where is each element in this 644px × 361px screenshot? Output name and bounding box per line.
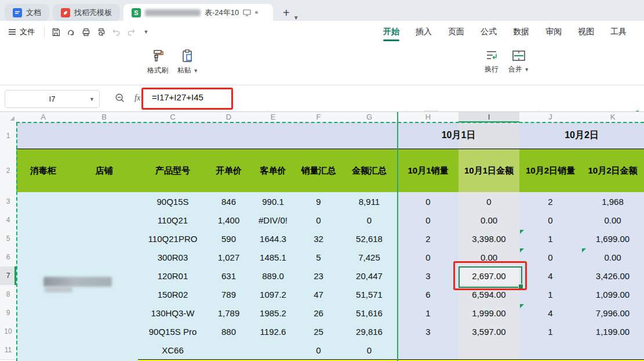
cell-F6[interactable]: 5 xyxy=(296,248,341,267)
cell-I7[interactable]: 2,697.00 xyxy=(459,266,520,286)
cell-H3[interactable]: 0 xyxy=(398,192,459,211)
column-header-J[interactable]: J xyxy=(519,112,582,123)
header-cell-E2[interactable]: 客单价 xyxy=(250,149,297,193)
ribbon-tab-insert[interactable]: 插入 xyxy=(407,21,440,42)
cell-E5[interactable]: 1644.3 xyxy=(250,229,297,248)
cell-K8[interactable]: 1,099.00 xyxy=(581,285,644,304)
redo-button[interactable] xyxy=(123,24,139,39)
cell-J11[interactable] xyxy=(519,341,582,360)
cell-C9[interactable]: 130HQ3-W xyxy=(138,304,208,323)
cell-G8[interactable]: 51,571 xyxy=(341,285,398,304)
zoom-out-icon[interactable] xyxy=(115,93,125,106)
cell-H1-merged-oct1[interactable]: 10月1日 xyxy=(398,122,520,149)
cell-D3[interactable]: 846 xyxy=(208,192,250,211)
cell-G6[interactable]: 7,425 xyxy=(341,248,398,267)
row-header-6[interactable]: 6 xyxy=(0,248,17,267)
cell-F9[interactable]: 26 xyxy=(296,304,341,323)
cell-K9[interactable]: 7,996.00 xyxy=(581,304,644,323)
cell-E4[interactable]: #DIV/0! xyxy=(250,211,297,230)
cell-F8[interactable]: 47 xyxy=(296,285,341,304)
cell-E6[interactable]: 1485.1 xyxy=(250,248,297,267)
header-cell-A2[interactable]: 消毒柜 xyxy=(16,149,71,193)
cell-D5[interactable]: 590 xyxy=(208,229,250,248)
row-header-10[interactable]: 10 xyxy=(0,322,17,341)
cell-J10[interactable]: 1 xyxy=(519,322,582,341)
cell-E11[interactable] xyxy=(250,341,297,360)
cell-F7[interactable]: 23 xyxy=(296,266,341,286)
cell-I4[interactable]: 0.00 xyxy=(459,211,520,230)
cell-K11[interactable] xyxy=(581,341,644,360)
cell-F1[interactable] xyxy=(296,122,341,149)
name-box-chevron-icon[interactable]: ▼ xyxy=(89,96,94,102)
cell-K3[interactable]: 1,968 xyxy=(581,192,644,211)
cell-I3[interactable]: 0 xyxy=(459,192,520,211)
cell-K4[interactable]: 0.00 xyxy=(581,211,644,230)
cell-K10[interactable]: 1,199.00 xyxy=(581,322,644,341)
cell-C1[interactable] xyxy=(138,122,208,149)
cell-D1[interactable] xyxy=(208,122,250,149)
header-cell-J2[interactable]: 10月2日销量 xyxy=(519,149,582,193)
cell-K7[interactable]: 3,426.00 xyxy=(581,266,644,286)
row-header-8[interactable]: 8 xyxy=(0,285,17,304)
cell-D8[interactable]: 789 xyxy=(208,285,250,304)
cell-J9[interactable]: 4 xyxy=(519,304,582,323)
column-header-F[interactable]: F xyxy=(296,112,341,123)
column-header-G[interactable]: G xyxy=(341,112,398,123)
cell-J3[interactable]: 2 xyxy=(519,192,582,211)
fx-icon[interactable]: fx xyxy=(134,93,140,103)
header-cell-C2[interactable]: 产品型号 xyxy=(138,149,208,193)
header-cell-I2[interactable]: 10月1日金额 xyxy=(459,149,520,193)
cell-E10[interactable]: 1192.6 xyxy=(250,322,297,341)
cell-H7[interactable]: 3 xyxy=(398,266,459,286)
ribbon-tab-view[interactable]: 视图 xyxy=(570,21,602,42)
ribbon-tab-formula[interactable]: 公式 xyxy=(472,21,505,42)
ribbon-tab-home[interactable]: 开始 xyxy=(375,21,407,42)
cell-E7[interactable]: 889.0 xyxy=(250,266,297,286)
formula-input[interactable]: =I17+I27+I45 xyxy=(152,92,203,102)
cell-E9[interactable]: 1985.2 xyxy=(250,304,297,323)
undo-button[interactable] xyxy=(108,24,123,39)
header-cell-K2[interactable]: 10月2日金额 xyxy=(581,149,644,193)
column-header-D[interactable]: D xyxy=(208,112,250,123)
file-menu-button[interactable]: 文件 xyxy=(0,27,41,37)
ribbon-tab-review[interactable]: 审阅 xyxy=(537,21,570,42)
save-button[interactable] xyxy=(48,24,63,39)
header-cell-F2[interactable]: 销量汇总 xyxy=(296,149,341,193)
cell-G10[interactable]: 29,816 xyxy=(341,322,398,341)
cell-C8[interactable]: 150R02 xyxy=(138,285,208,304)
cell-F3[interactable]: 9 xyxy=(296,192,341,211)
cell-J5[interactable]: 1 xyxy=(519,229,582,248)
column-header-C[interactable]: C xyxy=(138,112,208,123)
cell-I9[interactable]: 1,999.00 xyxy=(459,304,520,323)
cell-G7[interactable]: 20,447 xyxy=(341,266,398,286)
row-header-11[interactable]: 11 xyxy=(0,341,17,360)
cell-G9[interactable]: 51,616 xyxy=(341,304,398,323)
cell-I10[interactable]: 3,597.00 xyxy=(459,322,520,341)
wrap-text-button[interactable]: 换行 xyxy=(479,49,504,74)
cell-C3[interactable]: 90Q15S xyxy=(138,192,208,211)
header-cell-B2[interactable]: 店铺 xyxy=(70,149,139,193)
cell-F11[interactable]: 0 xyxy=(296,341,341,360)
cell-H8[interactable]: 6 xyxy=(398,285,459,304)
cell-J4[interactable]: 0 xyxy=(519,211,582,230)
cell-I11[interactable] xyxy=(459,341,520,360)
cell-G5[interactable]: 52,618 xyxy=(341,229,398,248)
cell-F5[interactable]: 32 xyxy=(296,229,341,248)
tab-list-chevron-icon[interactable]: ▼ xyxy=(293,15,299,21)
column-header-K[interactable]: K xyxy=(581,112,644,123)
print-button[interactable] xyxy=(78,24,93,39)
select-all-corner[interactable] xyxy=(0,112,17,123)
cell-H11[interactable] xyxy=(398,341,459,360)
cell-F4[interactable]: 0 xyxy=(296,211,341,230)
cell-A1[interactable] xyxy=(16,122,71,149)
ribbon-tab-page[interactable]: 页面 xyxy=(440,21,472,42)
cell-J7[interactable]: 4 xyxy=(519,266,582,286)
header-cell-G2[interactable]: 金额汇总 xyxy=(341,149,398,193)
cell-F10[interactable]: 25 xyxy=(296,322,341,341)
cell-H5[interactable]: 2 xyxy=(398,229,459,248)
cell-C11[interactable]: XC66 xyxy=(138,341,208,360)
cell-B1[interactable] xyxy=(70,122,139,149)
column-header-E[interactable]: E xyxy=(250,112,297,123)
column-header-B[interactable]: B xyxy=(70,112,139,123)
name-box[interactable]: I7 ▼ xyxy=(5,90,100,108)
